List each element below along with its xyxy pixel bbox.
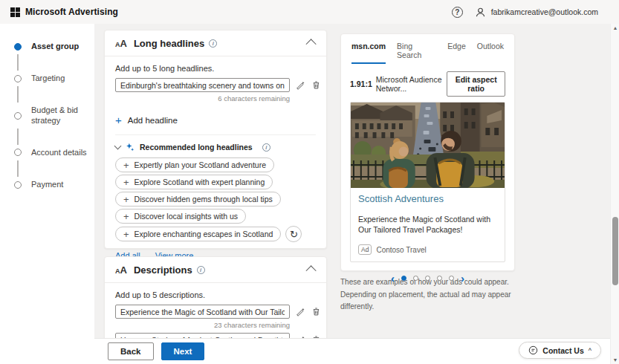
account-email: fabrikamcreative@outlook.com: [491, 7, 598, 16]
info-icon[interactable]: i: [197, 266, 205, 274]
suggestion-pill[interactable]: + Discover local insights with us: [115, 209, 246, 224]
tab-edge[interactable]: Edge: [447, 42, 466, 64]
stepper-item-budget[interactable]: Budget & bid strategy: [14, 105, 94, 125]
suggestion-list: + Expertly plan your Scotland adventure …: [115, 157, 316, 242]
step-label: Asset group: [31, 42, 94, 51]
tab-outlook[interactable]: Outlook: [477, 42, 504, 64]
stepper-item-targeting[interactable]: Targeting: [14, 74, 94, 83]
info-icon[interactable]: i: [209, 39, 217, 48]
microsoft-logo-icon: [10, 7, 20, 17]
descriptions-header: AA Descriptions i: [105, 257, 326, 283]
ad-badge: Ad: [358, 244, 372, 255]
carousel-dot-1[interactable]: [401, 276, 406, 281]
scroll-down-icon[interactable]: ▼: [611, 357, 619, 363]
headline-input[interactable]: [115, 78, 290, 92]
carousel-dot-4[interactable]: [437, 276, 442, 281]
plus-icon: +: [123, 160, 129, 170]
aspect-ratio-value: 1.91:1: [350, 79, 372, 88]
add-headline-button[interactable]: + Add headline: [115, 114, 316, 126]
caret-up-icon: ^: [589, 347, 592, 354]
step-dot: [14, 181, 22, 189]
ad-title: Scottish Adventures: [358, 193, 497, 204]
characters-remaining: 23 characters remaining: [115, 321, 290, 329]
stepper-item-asset-group[interactable]: Asset group: [14, 42, 94, 51]
description-field-row: [115, 305, 316, 319]
step-dot: [14, 112, 22, 120]
section-title: Long headlines: [134, 38, 204, 49]
edit-aspect-ratio-button[interactable]: Edit aspect ratio: [447, 71, 505, 97]
plus-icon: +: [115, 114, 122, 126]
suggestion-pill[interactable]: + Explore Scotland with expert planning: [115, 175, 273, 189]
step-dot-filled: [14, 43, 22, 51]
preview-tabs: msn.com Bing Search Edge Outlook: [341, 34, 514, 64]
top-bar: Microsoft Advertising ? fabrikamcreative…: [0, 0, 619, 24]
person-icon: [475, 7, 486, 18]
characters-remaining: 6 characters remaining: [115, 94, 290, 103]
ad-preview-card: Scottish Adventures Experience the Magic…: [350, 102, 505, 262]
carousel-dot-2[interactable]: [413, 276, 418, 281]
next-button[interactable]: Next: [161, 342, 205, 360]
wizard-sidebar: Asset group Targeting Budget & bid strat…: [0, 24, 94, 364]
ad-preview-panel: msn.com Bing Search Edge Outlook 1.91:1 …: [340, 33, 515, 271]
plus-icon: +: [123, 195, 129, 204]
stepper-item-payment[interactable]: Payment: [14, 180, 94, 189]
back-button[interactable]: Back: [108, 342, 154, 360]
stepper-item-account-details[interactable]: Account details: [14, 148, 94, 157]
long-headlines-header: AA Long headlines i: [105, 30, 326, 56]
description-input[interactable]: [115, 305, 290, 319]
headlines-hint: Add up to 5 long headlines.: [115, 64, 316, 73]
collapse-chevron-icon[interactable]: [306, 39, 317, 49]
expand-chevron-icon[interactable]: [114, 143, 122, 150]
rewrite-icon[interactable]: [296, 80, 305, 91]
carousel-prev-icon[interactable]: ‹: [391, 273, 395, 284]
plus-icon: +: [123, 178, 129, 187]
step-label: Targeting: [31, 74, 94, 83]
refresh-suggestions-button[interactable]: ↻: [285, 226, 302, 242]
advertiser-name: Contoso Travel: [376, 246, 426, 254]
aspect-ratio-row: 1.91:1 Microsoft Audience Networ... Edit…: [341, 64, 514, 97]
ad-content: Scottish Adventures Experience the Magic…: [351, 188, 505, 261]
recommended-title: Recommended long headlines: [140, 143, 253, 152]
collapse-chevron-icon[interactable]: [306, 265, 317, 276]
step-dot: [14, 75, 22, 82]
descriptions-hint: Add up to 5 descriptions.: [115, 290, 316, 299]
stepper: Asset group Targeting Budget & bid strat…: [0, 24, 94, 189]
recommended-headlines-section: Recommended long headlines i + Expertly …: [115, 134, 316, 260]
carousel-next-icon[interactable]: ›: [461, 273, 464, 284]
ad-image: [351, 103, 505, 188]
suggestion-pill[interactable]: + Explore enchanting escapes in Scotland: [115, 227, 281, 241]
descriptions-card: AA Descriptions i Add up to 5 descriptio…: [104, 256, 327, 349]
scroll-up-icon[interactable]: ▲: [611, 25, 619, 30]
plus-icon: +: [123, 212, 129, 221]
step-dot: [14, 149, 22, 156]
section-title: Descriptions: [134, 264, 192, 276]
text-fields-icon: AA: [115, 264, 127, 276]
delete-icon[interactable]: [311, 307, 321, 317]
contact-us-button[interactable]: Contact Us ^: [519, 342, 601, 359]
step-label: Account details: [31, 148, 94, 157]
app-title: Microsoft Advertising: [25, 7, 118, 17]
suggestion-pill[interactable]: + Discover hidden gems through local tip…: [115, 192, 281, 207]
long-headlines-card: AA Long headlines i Add up to 5 long hea…: [104, 30, 327, 249]
network-label: Microsoft Audience Networ...: [376, 75, 447, 93]
text-fields-icon: AA: [115, 38, 127, 49]
microsoft-logo: Microsoft Advertising: [10, 7, 118, 17]
tab-bing-search[interactable]: Bing Search: [397, 42, 436, 64]
tab-msn[interactable]: msn.com: [351, 42, 386, 64]
info-icon[interactable]: i: [262, 143, 270, 152]
chat-icon: [528, 345, 538, 355]
preview-carousel: ‹ ›: [341, 273, 514, 284]
help-icon[interactable]: ?: [452, 7, 463, 18]
page-scrollbar[interactable]: ▲ ▼: [610, 24, 619, 364]
plus-icon: +: [123, 230, 129, 239]
rewrite-icon[interactable]: [296, 307, 305, 317]
step-label: Payment: [31, 180, 94, 189]
carousel-dot-5[interactable]: [449, 276, 454, 281]
headline-field-row: [115, 78, 316, 92]
suggestion-pill[interactable]: + Expertly plan your Scotland adventure: [115, 157, 274, 172]
carousel-dot-3[interactable]: [425, 276, 430, 281]
delete-icon[interactable]: [311, 80, 321, 91]
ad-description: Experience the Magic of Scotland with Ou…: [358, 214, 497, 235]
account-menu[interactable]: fabrikamcreative@outlook.com: [475, 7, 598, 18]
scrollbar-thumb[interactable]: [612, 217, 618, 285]
